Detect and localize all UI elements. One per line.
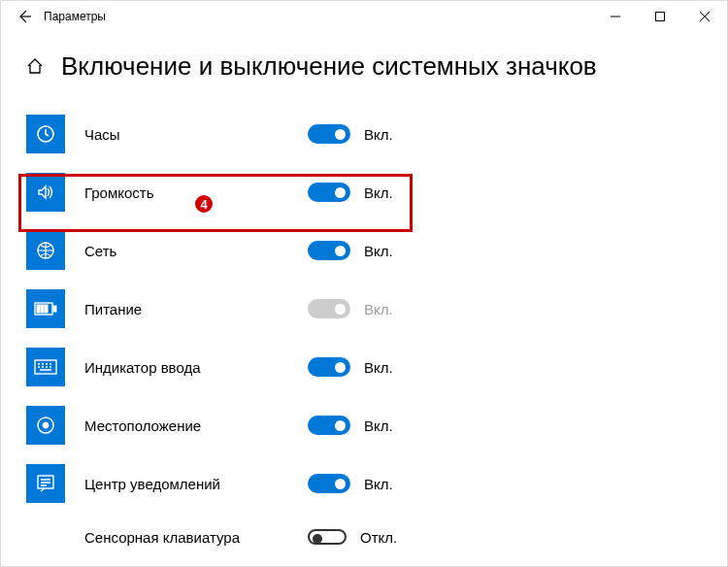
clock-icon — [35, 123, 56, 145]
row-label: Центр уведомлений — [84, 476, 308, 492]
action-center-icon-box — [26, 464, 65, 503]
toggle-state: Вкл. — [364, 359, 393, 376]
svg-rect-6 — [41, 305, 44, 313]
input-icon-box — [26, 348, 65, 386]
toggle-state: Вкл. — [364, 417, 393, 434]
row-label: Часы — [84, 126, 308, 143]
toggle-action-center[interactable] — [308, 474, 350, 493]
notification-icon — [35, 473, 56, 494]
row-location: Местоположение Вкл. — [26, 396, 708, 454]
toggle-power — [308, 299, 350, 318]
window-title: Параметры — [44, 10, 106, 23]
arrow-left-icon — [17, 9, 32, 24]
settings-list: Часы Вкл. Громкость Вкл. Сеть Вкл. Питан… — [1, 105, 727, 561]
row-power: Питание Вкл. — [26, 280, 708, 338]
toggle-input-indicator[interactable] — [308, 357, 350, 377]
toggle-volume[interactable] — [308, 183, 350, 202]
globe-icon — [35, 240, 56, 261]
maximize-icon — [655, 12, 665, 21]
back-button[interactable] — [11, 3, 38, 30]
row-action-center: Центр уведомлений Вкл. — [26, 454, 708, 513]
close-icon — [700, 12, 710, 21]
toggle-state: Вкл. — [364, 301, 393, 317]
titlebar: Параметры — [1, 1, 727, 32]
row-volume: Громкость Вкл. — [26, 163, 708, 221]
toggle-state: Вкл. — [364, 243, 393, 259]
svg-rect-5 — [37, 305, 40, 313]
row-label: Сенсорная клавиатура — [84, 529, 308, 546]
toggle-state: Вкл. — [364, 476, 393, 492]
home-icon — [26, 57, 44, 75]
toggle-location[interactable] — [308, 416, 350, 435]
row-network: Сеть Вкл. — [26, 221, 708, 280]
svg-rect-4 — [53, 306, 56, 312]
svg-rect-7 — [45, 305, 48, 313]
clock-icon-box — [26, 115, 65, 153]
row-input-indicator: Индикатор ввода Вкл. — [26, 338, 708, 396]
volume-icon-box — [26, 173, 65, 212]
power-icon-box — [26, 289, 65, 328]
location-icon-box — [26, 406, 65, 445]
row-label: Сеть — [84, 243, 308, 259]
toggle-clock[interactable] — [308, 124, 350, 144]
volume-icon — [35, 182, 56, 203]
svg-rect-0 — [656, 13, 665, 21]
battery-icon — [34, 301, 57, 317]
toggle-state: Вкл. — [364, 184, 393, 201]
toggle-state: Откл. — [360, 529, 397, 546]
toggle-touch-keyboard[interactable] — [308, 529, 347, 545]
window-controls — [593, 1, 727, 32]
row-touch-keyboard: Сенсорная клавиатура Откл. — [26, 513, 708, 561]
close-button[interactable] — [682, 1, 727, 32]
toggle-network[interactable] — [308, 241, 350, 260]
toggle-state: Вкл. — [364, 126, 393, 143]
minimize-button[interactable] — [593, 1, 638, 32]
home-button[interactable] — [26, 57, 44, 79]
network-icon-box — [26, 231, 65, 270]
row-label: Питание — [84, 301, 308, 317]
page-header: Включение и выключение системных значков — [1, 32, 727, 105]
row-label: Громкость — [84, 184, 308, 201]
page-title: Включение и выключение системных значков — [61, 51, 597, 82]
minimize-icon — [611, 12, 620, 21]
row-label: Индикатор ввода — [84, 359, 308, 376]
keyboard-icon — [34, 359, 57, 375]
maximize-button[interactable] — [638, 1, 682, 32]
target-icon — [35, 415, 56, 436]
row-label: Местоположение — [84, 417, 308, 434]
row-clock: Часы Вкл. — [26, 105, 708, 163]
svg-point-10 — [43, 422, 49, 428]
